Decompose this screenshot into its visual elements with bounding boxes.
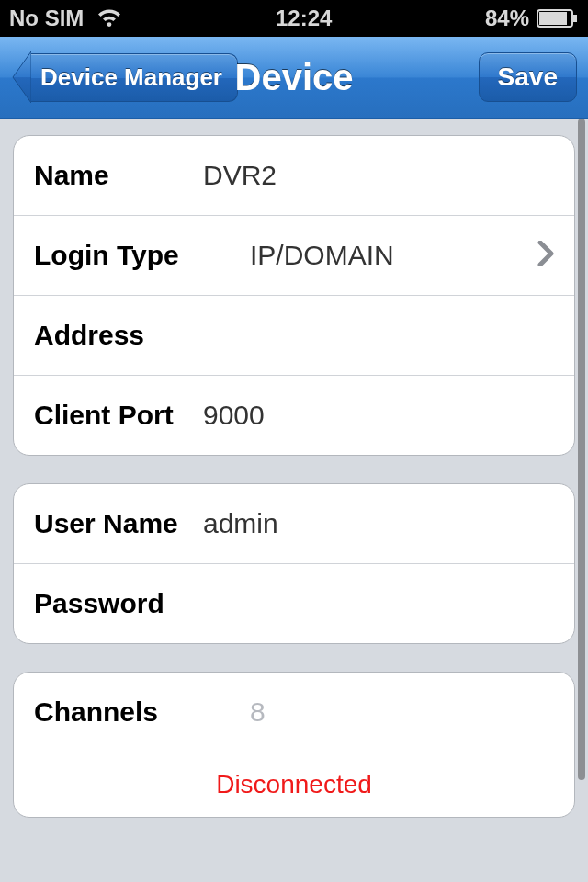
- client-port-label: Client Port: [34, 400, 201, 431]
- scrollbar[interactable]: [578, 119, 585, 780]
- battery-status: 84%: [485, 6, 579, 31]
- address-input[interactable]: [201, 319, 554, 352]
- content-area: Name Login Type IP/DOMAIN Address Client…: [0, 119, 588, 882]
- address-row[interactable]: Address: [14, 296, 574, 376]
- login-type-value: IP/DOMAIN: [250, 240, 530, 271]
- connection-group: Name Login Type IP/DOMAIN Address Client…: [13, 135, 575, 456]
- password-label: Password: [34, 588, 201, 619]
- back-button-label: Device Manager: [31, 53, 238, 102]
- clock: 12:24: [122, 6, 485, 31]
- name-input[interactable]: [201, 159, 554, 192]
- login-type-row[interactable]: Login Type IP/DOMAIN: [14, 216, 574, 296]
- channels-row: Channels 8: [14, 673, 574, 752]
- client-port-row[interactable]: Client Port: [14, 376, 574, 455]
- connection-status: Disconnected: [216, 770, 372, 799]
- password-input[interactable]: [201, 587, 554, 620]
- login-type-label: Login Type: [34, 240, 250, 271]
- client-port-input[interactable]: [201, 399, 554, 432]
- name-row[interactable]: Name: [14, 136, 574, 216]
- channels-label: Channels: [34, 696, 250, 728]
- nav-bar: Device Manager Device Save: [0, 37, 588, 119]
- name-label: Name: [34, 160, 201, 191]
- channels-group: Channels 8 Disconnected: [13, 672, 575, 818]
- username-label: User Name: [34, 508, 201, 539]
- chevron-right-icon: [537, 241, 554, 270]
- address-label: Address: [34, 320, 201, 351]
- credentials-group: User Name Password: [13, 483, 575, 644]
- wifi-icon: [96, 8, 122, 28]
- sim-status: No SIM: [9, 6, 84, 31]
- channels-value: 8: [250, 696, 554, 728]
- svg-rect-2: [573, 15, 577, 22]
- svg-rect-1: [539, 12, 567, 25]
- username-row[interactable]: User Name: [14, 484, 574, 564]
- status-row: Disconnected: [14, 752, 574, 817]
- save-button[interactable]: Save: [479, 52, 577, 102]
- status-bar: No SIM 12:24 84%: [0, 0, 588, 37]
- username-input[interactable]: [201, 507, 554, 540]
- password-row[interactable]: Password: [14, 564, 574, 643]
- back-button[interactable]: Device Manager: [11, 51, 238, 104]
